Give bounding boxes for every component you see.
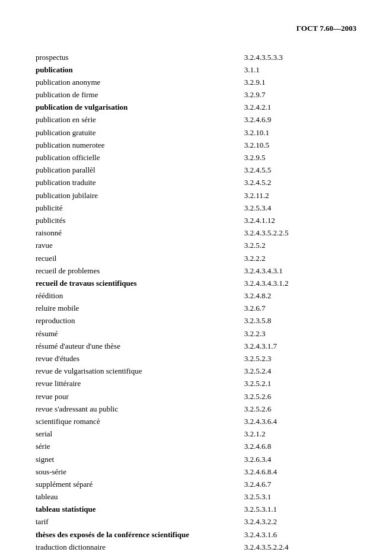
term-text: scientifique romancè (36, 417, 100, 426)
table-row: recueil de problemes3.2.4.3.4.3.1 (36, 264, 356, 277)
term-text: publication de vulgarisation (36, 103, 128, 111)
ref-cell: 3.2.5.2.1 (244, 378, 356, 390)
table-row: revue pour3.2.5.2.6 (36, 390, 356, 403)
ref-cell: 3.2.4.3.1.7 (244, 340, 356, 352)
term-cell: ravue (36, 240, 244, 252)
table-row: revue de vulgarisation scientifique3.2.5… (36, 365, 356, 378)
index-table: prospectus3.2.4.3.5.3.3publication3.1.1p… (36, 51, 356, 555)
term-cell: publication traduite (36, 177, 244, 189)
table-row: recueil3.2.2.2 (36, 252, 356, 264)
term-text: ravue (36, 241, 53, 250)
ref-cell: 3.2.4.3.4.3.1 (244, 264, 356, 277)
term-cell: tableau (36, 491, 244, 503)
ref-cell: 3.2.5.2.4 (244, 365, 356, 378)
ref-cell: 3.2.6.3.4 (244, 453, 356, 465)
term-cell: reproduction (36, 315, 244, 327)
table-row: publication officielle3.2.9.5 (36, 152, 356, 164)
document-title: ГОСТ 7.60—2003 (297, 24, 356, 33)
term-text: revue s'adressant au public (36, 404, 118, 413)
table-row: publication en série3.2.4.6.9 (36, 114, 356, 126)
term-text: publicités (36, 216, 66, 225)
term-cell: revue de vulgarisation scientifique (36, 365, 244, 378)
ref-cell: 3.2.4.6.8 (244, 441, 356, 453)
ref-cell: 3.2.4.6.7 (244, 478, 356, 490)
term-cell: publication numerotee (36, 139, 244, 151)
term-cell: revue pour (36, 390, 244, 403)
table-row: publication gratuite3.2.10.1 (36, 126, 356, 139)
term-text: recueil de problemes (36, 266, 100, 275)
term-cell: signet (36, 453, 244, 465)
ref-cell: 3.2.4.5.5 (244, 164, 356, 177)
ref-cell: 3.2.10.5 (244, 139, 356, 151)
term-text: publication anonyme (36, 78, 100, 87)
term-cell: recueil de problemes (36, 264, 244, 277)
term-cell: résumé d'auteur d'une thèse (36, 340, 244, 352)
term-text: publication gratuite (36, 128, 95, 137)
table-row: supplément séparé3.2.4.6.7 (36, 478, 356, 490)
term-cell: série (36, 441, 244, 453)
term-text: recueil de travaus scientifiques (36, 279, 137, 288)
term-cell: publication gratuite (36, 126, 244, 139)
ref-cell: 3.2.1.2 (244, 428, 356, 441)
ref-cell: 3.2.4.3.5.3.3 (244, 51, 356, 63)
term-cell: tarif (36, 516, 244, 528)
ref-cell: 3.2.4.8.2 (244, 290, 356, 302)
term-text: reproduction (36, 316, 75, 325)
ref-cell: 3.2.4.2.1 (244, 101, 356, 114)
table-row: publicité3.2.5.3.4 (36, 202, 356, 214)
term-text: tarif (36, 517, 49, 526)
table-row: scientifique romancè3.2.4.3.6.4 (36, 415, 356, 428)
ref-cell: 3.2.4.6.8.4 (244, 465, 356, 478)
term-text: résumé (36, 329, 58, 338)
ref-cell: 3.2.5.2.6 (244, 403, 356, 415)
term-text: serial (36, 429, 52, 438)
ref-cell: 3.2.9.1 (244, 76, 356, 88)
table-row: signet3.2.6.3.4 (36, 453, 356, 465)
term-cell: publicité (36, 202, 244, 214)
term-text: publication en série (36, 115, 96, 124)
term-text: supplément séparé (36, 480, 93, 489)
ref-cell: 3.2.5.2.3 (244, 353, 356, 365)
term-text: publication parallèl (36, 165, 95, 174)
term-cell: publication officielle (36, 152, 244, 164)
term-text: sous-série (36, 467, 66, 476)
term-cell: publication en série (36, 114, 244, 126)
table-row: reproduction3.2.3.5.8 (36, 315, 356, 327)
page: ГОСТ 7.60—2003 prospectus3.2.4.3.5.3.3pu… (0, 0, 392, 555)
ref-cell: 3.2.2.3 (244, 327, 356, 340)
term-text: tableau statistique (36, 505, 95, 513)
term-text: prospectus (36, 53, 69, 62)
term-text: publication officielle (36, 153, 100, 162)
table-row: ravue3.2.5.2 (36, 240, 356, 252)
term-text: reluire mobile (36, 304, 79, 312)
table-row: publication numerotee3.2.10.5 (36, 139, 356, 151)
table-row: publication de vulgarisation3.2.4.2.1 (36, 101, 356, 114)
term-cell: publication de vulgarisation (36, 101, 244, 114)
ref-cell: 3.1.1 (244, 63, 356, 76)
table-row: revue littéraire3.2.5.2.1 (36, 378, 356, 390)
table-row: serial3.2.1.2 (36, 428, 356, 441)
ref-cell: 3.2.4.3.2.2 (244, 516, 356, 528)
term-text: revue de vulgarisation scientifique (36, 366, 142, 375)
term-cell: revue littéraire (36, 378, 244, 390)
term-text: publication (36, 65, 73, 74)
ref-cell: 3.2.2.2 (244, 252, 356, 264)
ref-cell: 3.2.5.2 (244, 240, 356, 252)
table-row: réédition3.2.4.8.2 (36, 290, 356, 302)
term-cell: reluire mobile (36, 302, 244, 315)
term-cell: publication jubilaire (36, 189, 244, 202)
term-cell: réédition (36, 290, 244, 302)
ref-cell: 3.2.4.3.6.4 (244, 415, 356, 428)
term-cell: recueil (36, 252, 244, 264)
ref-cell: 3.2.4.3.5.2.2.5 (244, 227, 356, 240)
ref-cell: 3.2.3.5.8 (244, 315, 356, 327)
term-text: thèses des exposés de la conférence scie… (36, 530, 189, 539)
ref-cell: 3.2.4.3.1.6 (244, 528, 356, 541)
table-row: recueil de travaus scientifiques3.2.4.3.… (36, 277, 356, 289)
table-row: publication parallèl3.2.4.5.5 (36, 164, 356, 177)
term-cell: publication parallèl (36, 164, 244, 177)
term-cell: publicités (36, 214, 244, 227)
ref-cell: 3.2.10.1 (244, 126, 356, 139)
table-row: raisonné3.2.4.3.5.2.2.5 (36, 227, 356, 240)
ref-cell: 3.2.4.3.5.2.2.4 (244, 541, 356, 553)
